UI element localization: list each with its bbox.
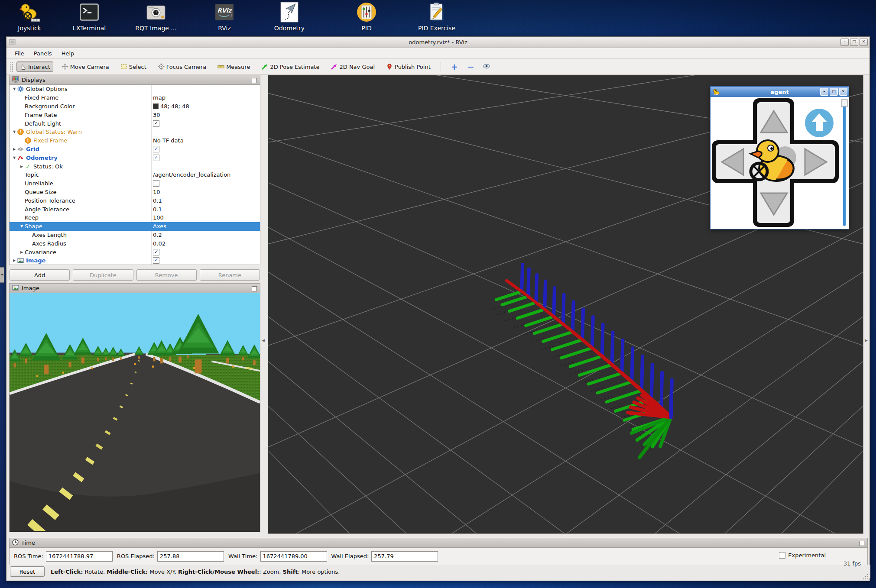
tree-row-fixed-frame[interactable]: Fixed Framemap: [10, 94, 260, 102]
desktop-icon-lxterminal[interactable]: LXTerminal: [64, 2, 114, 32]
undock-icon[interactable]: [252, 286, 257, 291]
maximize-icon[interactable]: □: [830, 88, 838, 96]
property-value[interactable]: 10: [153, 189, 160, 195]
tree-row-shape[interactable]: ▼ShapeAxes: [10, 222, 260, 231]
displays-panel-header[interactable]: Displays: [9, 75, 260, 85]
tree-row-axes-length[interactable]: Axes Length0.2: [10, 231, 260, 239]
property-value[interactable]: No TF data: [153, 137, 184, 144]
expand-arrow-icon[interactable]: ▼: [11, 130, 17, 134]
checkbox-checked[interactable]: ✓: [153, 249, 159, 255]
property-value[interactable]: 48; 48; 48: [153, 103, 189, 110]
tree-row-position-tolerance[interactable]: Position Tolerance0.1: [10, 196, 260, 205]
remove-button[interactable]: Remove: [136, 269, 197, 281]
property-value[interactable]: Axes: [153, 223, 166, 229]
time-field-input[interactable]: [371, 551, 438, 562]
collapse-arrow-icon[interactable]: ▶: [11, 147, 17, 151]
reset-button[interactable]: Reset: [10, 566, 45, 577]
menu-file[interactable]: File: [11, 49, 28, 58]
expand-arrow-icon[interactable]: ▼: [11, 156, 17, 160]
tool-measure[interactable]: Measure: [214, 61, 253, 72]
checkbox-checked[interactable]: ✓: [153, 120, 159, 127]
eye-icon[interactable]: [479, 63, 494, 71]
tool-select[interactable]: Select: [117, 61, 149, 72]
agent-titlebar[interactable]: agent – □ ✕: [711, 87, 849, 97]
experimental-checkbox[interactable]: [779, 552, 785, 559]
rename-button[interactable]: Rename: [200, 269, 260, 281]
checkbox-checked[interactable]: ✓: [153, 155, 159, 161]
tree-row-image[interactable]: ▶Image✓: [10, 256, 260, 265]
expand-arrow-icon[interactable]: ▼: [19, 224, 25, 228]
property-value[interactable]: 30: [153, 112, 160, 118]
property-value[interactable]: ✓: [153, 146, 159, 152]
property-value[interactable]: [153, 180, 159, 187]
tool-focus-camera[interactable]: Focus Camera: [155, 61, 209, 72]
resize-grip[interactable]: [863, 574, 868, 579]
checkbox-checked[interactable]: ✓: [153, 257, 159, 264]
tree-row-global-options[interactable]: ▼Global Options: [10, 85, 260, 94]
right-dock-edge[interactable]: ▶: [863, 75, 870, 534]
menu-help[interactable]: Help: [58, 49, 78, 58]
property-value[interactable]: ✓: [153, 257, 159, 264]
tool-2d-pose-estimate[interactable]: 2D Pose Estimate: [258, 61, 322, 72]
time-field-input[interactable]: [46, 551, 113, 562]
add-button[interactable]: Add: [10, 269, 70, 281]
panel-splitter-handle[interactable]: .....: [9, 265, 260, 268]
desktop-icon-pid[interactable]: PID: [341, 2, 392, 32]
time-panel-header[interactable]: Time: [9, 538, 868, 548]
property-value[interactable]: ✓: [153, 155, 159, 161]
zoom-out-button[interactable]: −: [463, 62, 479, 71]
checkbox-unchecked[interactable]: [153, 180, 159, 187]
boost-up-button[interactable]: [805, 109, 834, 137]
tree-row-odometry[interactable]: ▼Odometry✓: [10, 153, 260, 162]
property-value[interactable]: 0.02: [153, 240, 165, 247]
agent-scrollbar[interactable]: [843, 100, 846, 226]
agent-scrollbar-handle[interactable]: [841, 100, 847, 107]
desktop-icon-joystick[interactable]: Joystick: [4, 2, 55, 32]
expand-arrow-icon[interactable]: ▼: [11, 87, 17, 91]
property-value[interactable]: 0.1: [153, 197, 162, 204]
render-viewport[interactable]: agent – □ ✕: [268, 75, 863, 534]
tree-row-unreliable[interactable]: Unreliable: [10, 179, 260, 188]
edge-panel-tab[interactable]: ◀: [0, 267, 4, 283]
window-titlebar[interactable]: Rv odometry.rviz* - RViz – □ ✕: [6, 37, 870, 48]
tree-row-grid[interactable]: ▶Grid✓: [10, 145, 260, 154]
tool-2d-nav-goal[interactable]: 2D Nav Goal: [328, 61, 378, 72]
undock-icon[interactable]: [252, 78, 257, 83]
property-value[interactable]: 0.1: [153, 206, 162, 213]
tree-row-covariance[interactable]: ▶Covariance✓: [10, 248, 260, 256]
checkbox-checked[interactable]: ✓: [153, 146, 159, 152]
desktop-icon-pid-exercise[interactable]: PID Exercise: [412, 2, 462, 32]
tool-move-camera[interactable]: Move Camera: [58, 61, 112, 72]
tool-interact[interactable]: Interact: [16, 61, 53, 72]
tree-row-queue-size[interactable]: Queue Size10: [10, 188, 260, 197]
property-value[interactable]: 100: [153, 214, 164, 221]
collapse-right-icon[interactable]: ▶: [865, 338, 868, 342]
collapse-arrow-icon[interactable]: ▶: [19, 165, 25, 168]
tree-row-angle-tolerance[interactable]: Angle Tolerance0.1: [10, 205, 260, 213]
tree-row-frame-rate[interactable]: Frame Rate30: [10, 110, 260, 119]
property-value[interactable]: /agent/encoder_localization: [153, 171, 230, 178]
tree-row-keep[interactable]: Keep100: [10, 213, 260, 222]
tree-row-default-light[interactable]: Default Light✓: [10, 119, 260, 128]
tree-row-axes-radius[interactable]: Axes Radius0.02: [10, 239, 260, 248]
property-value[interactable]: ✓: [153, 249, 159, 255]
maximize-icon[interactable]: □: [850, 39, 858, 46]
tool-publish-point[interactable]: Publish Point: [383, 61, 434, 72]
tree-row-global-status-warn[interactable]: ▼!Global Status: Warn: [10, 128, 260, 136]
desktop-icon-rqt-image[interactable]: RQT Image ...: [131, 2, 181, 32]
toolbar-drag-handle[interactable]: [10, 61, 13, 72]
tree-row-topic[interactable]: Topic/agent/encoder_localization: [10, 171, 260, 179]
tree-row-fixed-frame[interactable]: !Fixed FrameNo TF data: [10, 136, 260, 145]
property-value[interactable]: 0.2: [153, 232, 162, 238]
close-icon[interactable]: ✕: [839, 88, 847, 96]
zoom-in-button[interactable]: +: [446, 62, 463, 71]
undock-icon[interactable]: [859, 541, 864, 546]
dock-splitter[interactable]: ◀: [260, 75, 268, 534]
time-field-input[interactable]: [157, 551, 224, 562]
collapse-arrow-icon[interactable]: ▶: [19, 250, 25, 254]
minimize-icon[interactable]: –: [820, 88, 828, 96]
collapse-left-icon[interactable]: ◀: [262, 338, 265, 342]
minimize-icon[interactable]: –: [840, 39, 849, 46]
desktop-icon-rviz[interactable]: RViz♪RViz: [199, 2, 250, 32]
tree-row-background-color[interactable]: Background Color48; 48; 48: [10, 102, 260, 111]
